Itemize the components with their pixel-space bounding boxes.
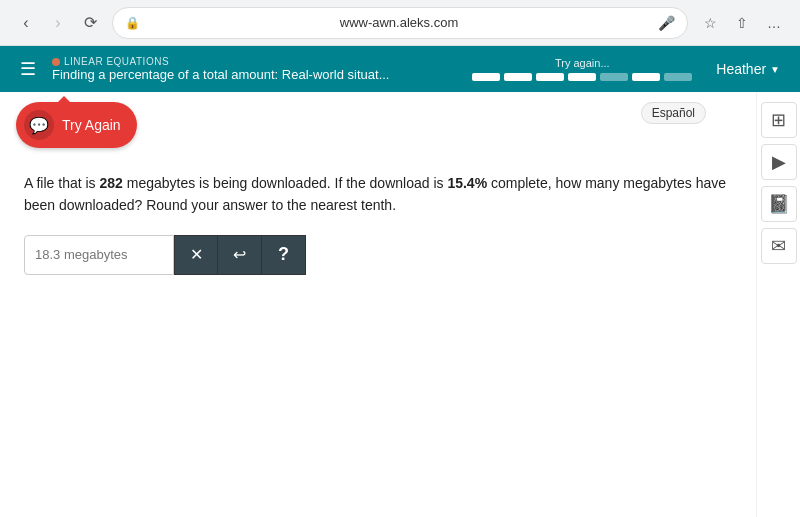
try-again-section: 💬 Try Again xyxy=(16,102,137,148)
progress-bar xyxy=(472,73,692,81)
calculator-icon: ⊞ xyxy=(771,109,786,131)
address-bar[interactable]: 🔒 www-awn.aleks.com 🎤 xyxy=(112,7,688,39)
mail-button[interactable]: ✉ xyxy=(761,228,797,264)
help-button[interactable]: ? xyxy=(262,235,306,275)
try-again-button[interactable]: 💬 Try Again xyxy=(16,102,137,148)
progress-seg-5 xyxy=(600,73,628,81)
share-button[interactable]: ⇧ xyxy=(728,9,756,37)
browser-chrome: ‹ › ⟳ 🔒 www-awn.aleks.com 🎤 ☆ ⇧ … xyxy=(0,0,800,46)
action-buttons: ✕ ↩ ? xyxy=(174,235,306,275)
header-title: Finding a percentage of a total amount: … xyxy=(52,67,472,82)
user-name: Heather xyxy=(716,61,766,77)
espanol-badge[interactable]: Español xyxy=(641,102,706,124)
clear-button[interactable]: ✕ xyxy=(174,235,218,275)
right-sidebar: ⊞ ▶ 📓 ✉ xyxy=(756,92,800,517)
refresh-button[interactable]: ⟳ xyxy=(76,9,104,37)
question-text-middle: megabytes is being downloaded. If the do… xyxy=(123,175,448,191)
forward-button[interactable]: › xyxy=(44,9,72,37)
menu-button[interactable]: ☰ xyxy=(12,53,44,85)
progress-seg-1 xyxy=(472,73,500,81)
bookmark-button[interactable]: ☆ xyxy=(696,9,724,37)
book-icon: 📓 xyxy=(768,193,790,215)
progress-seg-7 xyxy=(664,73,692,81)
answer-input[interactable] xyxy=(24,235,174,275)
question-value-2: 15.4% xyxy=(447,175,487,191)
back-button[interactable]: ‹ xyxy=(12,9,40,37)
book-button[interactable]: 📓 xyxy=(761,186,797,222)
app-header: ☰ LINEAR EQUATIONS Finding a percentage … xyxy=(0,46,800,92)
progress-seg-6 xyxy=(632,73,660,81)
header-progress: Try again... xyxy=(472,57,692,81)
browser-actions: ☆ ⇧ … xyxy=(696,9,788,37)
mic-icon: 🎤 xyxy=(658,15,675,31)
question-text: A file that is 282 megabytes is being do… xyxy=(24,172,732,217)
lock-icon: 🔒 xyxy=(125,16,140,30)
main-content: 💬 Try Again Español A file that is 282 m… xyxy=(0,92,800,517)
user-menu[interactable]: Heather ▼ xyxy=(708,57,788,81)
video-icon: ▶ xyxy=(772,151,786,173)
mail-icon: ✉ xyxy=(771,235,786,257)
video-button[interactable]: ▶ xyxy=(761,144,797,180)
header-category: LINEAR EQUATIONS xyxy=(52,56,472,67)
calculator-button[interactable]: ⊞ xyxy=(761,102,797,138)
url-text: www-awn.aleks.com xyxy=(148,15,650,30)
browser-nav-buttons: ‹ › ⟳ xyxy=(12,9,104,37)
content-area: 💬 Try Again Español A file that is 282 m… xyxy=(0,92,756,517)
chat-icon: 💬 xyxy=(24,110,54,140)
user-chevron-icon: ▼ xyxy=(770,64,780,75)
question-value-1: 282 xyxy=(99,175,122,191)
more-button[interactable]: … xyxy=(760,9,788,37)
dropdown-arrow xyxy=(58,96,70,102)
progress-seg-2 xyxy=(504,73,532,81)
question-text-before: A file that is xyxy=(24,175,99,191)
header-topic: LINEAR EQUATIONS Finding a percentage of… xyxy=(52,56,472,82)
question-area: A file that is 282 megabytes is being do… xyxy=(24,172,732,275)
try-again-label: Try again... xyxy=(555,57,610,69)
progress-seg-3 xyxy=(536,73,564,81)
category-dot xyxy=(52,58,60,66)
answer-row: ✕ ↩ ? xyxy=(24,235,732,275)
undo-button[interactable]: ↩ xyxy=(218,235,262,275)
progress-seg-4 xyxy=(568,73,596,81)
